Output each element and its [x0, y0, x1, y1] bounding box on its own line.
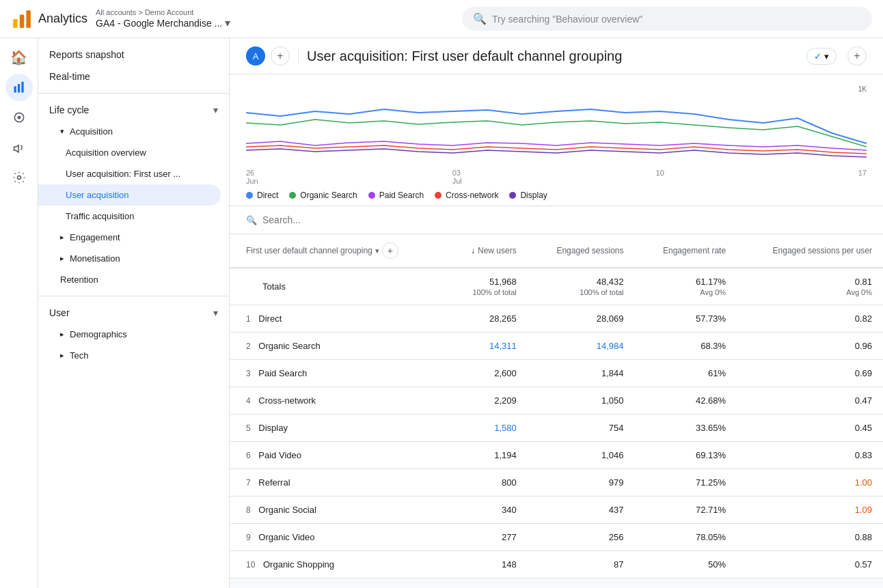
legend-display-label: Display [520, 191, 547, 200]
add-report-button[interactable]: + [271, 46, 290, 66]
line-chart [246, 85, 867, 164]
sidebar-item-traffic-acquisition[interactable]: Traffic acquisition [38, 206, 229, 227]
main-content: A + User acquisition: First user default… [230, 38, 883, 588]
cell-engaged-per-user: 0.47 [737, 387, 883, 415]
search-bar[interactable]: 🔍 Try searching "Behaviour overview" [462, 7, 872, 31]
cell-channel: 4 Cross-network [230, 387, 446, 415]
legend-organic-search: Organic Search [289, 191, 357, 200]
channel-name: Organic Shopping [263, 559, 334, 570]
table-search-input[interactable] [262, 214, 867, 225]
channel-name: Direct [258, 313, 282, 324]
account-name: GA4 - Google Merchandise ... ▾ [96, 16, 230, 29]
app-title: Analytics [38, 12, 87, 26]
row-number: 9 [246, 533, 251, 542]
col-header-new-users[interactable]: ↓ New users [446, 234, 528, 268]
totals-new-users: 51,968 100% of total [446, 268, 528, 305]
lifecycle-section-header[interactable]: Life cycle ▾ [38, 99, 229, 121]
sidebar-item-acquisition-overview[interactable]: Acquisition overview [38, 142, 229, 163]
page-title: User acquisition: First user default cha… [307, 48, 801, 64]
cell-engaged-sessions: 754 [528, 415, 635, 442]
totals-label: Totals [230, 268, 446, 305]
analytics-logo-icon [11, 8, 33, 30]
cell-new-users: 14,311 [446, 333, 528, 360]
cell-engaged-per-user: 0.82 [737, 305, 883, 333]
legend-cross-network: Cross-network [435, 191, 498, 200]
monetisation-expand-icon: ▸ [60, 254, 64, 263]
legend-organic-search-dot [289, 192, 296, 199]
sidebar-item-demographics[interactable]: ▸ Demographics [38, 324, 229, 345]
acquisition-expand-icon: ▾ [60, 127, 64, 136]
table-row: 2 Organic Search 14,311 14,984 68.3% 0.9… [230, 333, 883, 360]
svg-rect-4 [17, 84, 19, 93]
sidebar-item-engagement[interactable]: ▸ Engagement [38, 227, 229, 248]
cell-channel: 3 Paid Search [230, 360, 446, 387]
cell-new-users: 2,209 [446, 387, 528, 415]
sidebar-item-tech[interactable]: ▸ Tech [38, 345, 229, 366]
legend-organic-search-label: Organic Search [300, 191, 357, 200]
cell-engaged-sessions: 979 [528, 469, 635, 496]
col-header-engagement-rate[interactable]: Engagement rate [635, 234, 737, 268]
totals-row: Totals 51,968 100% of total 48,432 100% … [230, 268, 883, 305]
add-column-button[interactable]: + [382, 242, 398, 259]
configure-icon[interactable] [5, 164, 33, 191]
channel-name: Paid Search [258, 368, 307, 378]
home-icon[interactable]: 🏠 [5, 44, 33, 71]
cell-engaged-per-user: 0.83 [737, 442, 883, 469]
svg-point-8 [17, 176, 21, 180]
col-header-engaged-per-user[interactable]: Engaged sessions per user [737, 234, 883, 268]
legend-direct: Direct [246, 191, 278, 200]
header-divider [298, 48, 299, 64]
svg-rect-5 [21, 82, 23, 93]
table-header-row: First user default channel grouping ▾ + … [230, 234, 883, 268]
engagement-expand-icon: ▸ [60, 233, 64, 242]
advertising-icon[interactable] [5, 134, 33, 161]
explore-icon[interactable] [5, 104, 33, 131]
row-number: 6 [246, 451, 251, 460]
sidebar-item-reports-snapshot[interactable]: Reports snapshot [38, 44, 229, 66]
cell-channel: 10 Organic Shopping [230, 551, 446, 578]
sidebar-item-real-time[interactable]: Real-time [38, 66, 229, 87]
svg-point-7 [17, 116, 21, 120]
cell-engaged-per-user: 0.88 [737, 524, 883, 551]
col-header-engaged-sessions[interactable]: Engaged sessions [528, 234, 635, 268]
channel-name: Cross-network [258, 395, 316, 406]
table-row: 10 Organic Shopping 148 87 50% 0.57 [230, 551, 883, 578]
x-label-2: 03Jul [452, 169, 462, 185]
cell-new-users: 1,580 [446, 415, 528, 442]
cell-engaged-sessions: 28,069 [528, 305, 635, 333]
cell-channel: 7 Referral [230, 469, 446, 496]
legend-cross-network-label: Cross-network [446, 191, 498, 200]
table-row: 8 Organic Social 340 437 72.71% 1.09 [230, 496, 883, 524]
legend-paid-search: Paid Search [368, 191, 424, 200]
account-path: All accounts > Demo Account [96, 8, 230, 16]
channel-dropdown-icon: ▾ [375, 247, 379, 255]
title-check-button[interactable]: ✓ ▾ [806, 48, 837, 65]
totals-engaged-per-user: 0.81 Avg 0% [737, 268, 883, 305]
row-number: 1 [246, 314, 251, 324]
user-section-header[interactable]: User ▾ [38, 302, 229, 324]
cell-engaged-per-user: 0.96 [737, 333, 883, 360]
cell-engaged-per-user: 0.57 [737, 551, 883, 578]
sidebar-item-user-acquisition[interactable]: User acquisition [38, 184, 221, 206]
svg-rect-1 [20, 14, 24, 27]
x-label-3: 10 [656, 169, 664, 185]
chart-legend: Direct Organic Search Paid Search Cross-… [246, 191, 867, 200]
add-widget-button[interactable]: + [847, 46, 867, 66]
sidebar-divider-2 [38, 296, 229, 296]
table-search-bar[interactable]: 🔍 [230, 206, 883, 234]
sidebar-divider-1 [38, 93, 229, 94]
reports-icon[interactable] [5, 74, 33, 101]
sidebar-item-retention[interactable]: Retention [38, 269, 229, 290]
col-header-channel[interactable]: First user default channel grouping ▾ + [230, 234, 446, 268]
sidebar-item-user-acquisition-first[interactable]: User acquisition: First user ... [38, 163, 229, 184]
channel-name: Paid Video [258, 450, 301, 460]
account-selector[interactable]: All accounts > Demo Account GA4 - Google… [96, 8, 230, 29]
cell-new-users: 340 [446, 496, 528, 524]
sidebar-item-acquisition[interactable]: ▾ Acquisition [38, 121, 229, 142]
sidebar-item-monetisation[interactable]: ▸ Monetisation [38, 248, 229, 269]
cell-engagement-rate: 42.68% [635, 387, 737, 415]
row-number: 4 [246, 396, 251, 406]
cell-engagement-rate: 71.25% [635, 469, 737, 496]
x-label-4: 17 [858, 169, 867, 185]
demographics-expand-icon: ▸ [60, 330, 64, 339]
